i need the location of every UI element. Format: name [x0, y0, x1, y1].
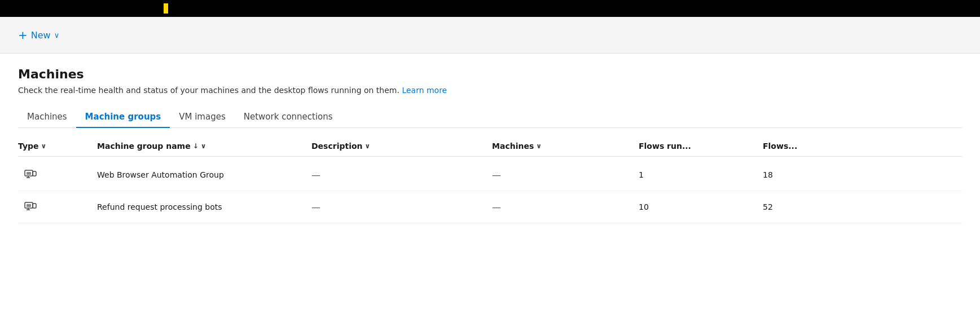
- cell-flows-run: 10: [639, 202, 763, 211]
- cell-type: [18, 167, 97, 183]
- page-title: Machines: [18, 67, 962, 81]
- page-description: Check the real-time health and status of…: [18, 86, 962, 95]
- col-header-flows-run: Flows run...: [639, 142, 763, 151]
- tab-vm-images[interactable]: VM images: [170, 106, 235, 127]
- svg-rect-2: [33, 171, 36, 176]
- cell-machines: —: [492, 202, 639, 213]
- tab-machine-groups[interactable]: Machine groups: [76, 106, 170, 127]
- chevron-down-icon: ∨: [365, 142, 371, 150]
- svg-rect-1: [27, 172, 31, 175]
- chevron-down-icon: ∨: [201, 142, 206, 150]
- col-header-machine-group-name[interactable]: Machine group name ↓ ∨: [97, 142, 311, 151]
- chevron-down-icon: ∨: [54, 31, 60, 39]
- cell-flows: 18: [763, 170, 853, 179]
- tab-network-connections[interactable]: Network connections: [235, 106, 342, 127]
- chevron-down-icon: ∨: [536, 142, 542, 150]
- tab-machines[interactable]: Machines: [18, 106, 76, 127]
- toolbar: + New ∨: [0, 17, 980, 54]
- cell-flows: 52: [763, 202, 853, 211]
- plus-icon: +: [18, 29, 28, 41]
- top-bar: [0, 0, 980, 17]
- cell-description: —: [311, 170, 492, 180]
- cell-description: —: [311, 202, 492, 213]
- cell-flows-run: 1: [639, 170, 763, 179]
- new-button[interactable]: + New ∨: [14, 27, 64, 43]
- cell-type: [18, 199, 97, 215]
- new-button-label: New: [31, 30, 51, 41]
- cell-machine-group-name: Refund request processing bots: [97, 202, 311, 211]
- col-header-type[interactable]: Type ∨: [18, 142, 97, 151]
- cell-machine-group-name: Web Browser Automation Group: [97, 170, 311, 179]
- main-content: Machines Check the real-time health and …: [0, 54, 980, 309]
- svg-rect-6: [27, 204, 31, 207]
- sort-down-icon: ↓: [193, 142, 199, 150]
- col-header-flows: Flows...: [763, 142, 853, 151]
- machine-groups-table: Type ∨ Machine group name ↓ ∨ Descriptio…: [18, 142, 962, 223]
- cell-machines: —: [492, 170, 639, 180]
- svg-rect-7: [33, 204, 36, 208]
- col-header-description[interactable]: Description ∨: [311, 142, 492, 151]
- machine-group-icon: [23, 167, 38, 183]
- table-row[interactable]: Refund request processing bots — — 10 52: [18, 191, 962, 223]
- learn-more-link[interactable]: Learn more: [402, 86, 447, 95]
- chevron-down-icon: ∨: [41, 142, 47, 150]
- machine-group-icon: [23, 199, 38, 215]
- tabs-nav: Machines Machine groups VM images Networ…: [18, 106, 962, 128]
- top-bar-indicator: [164, 3, 168, 14]
- col-header-machines[interactable]: Machines ∨: [492, 142, 639, 151]
- table-row[interactable]: Web Browser Automation Group — — 1 18: [18, 159, 962, 191]
- table-header: Type ∨ Machine group name ↓ ∨ Descriptio…: [18, 142, 962, 157]
